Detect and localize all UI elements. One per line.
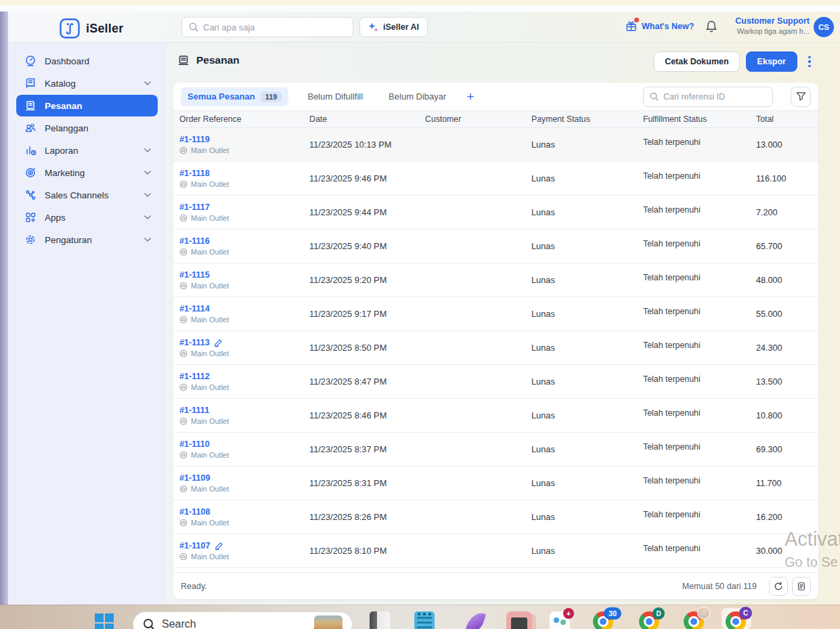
export-button[interactable]: Ekspor [746, 51, 797, 72]
order-reference-link[interactable]: #1-1115 [179, 270, 210, 280]
windows-start-icon[interactable] [95, 613, 114, 629]
search-icon [143, 618, 155, 629]
order-reference-link[interactable]: #1-1116 [179, 236, 210, 246]
more-options-icon[interactable] [803, 51, 816, 72]
table-row[interactable]: #1-1112 Main Outlet 11/23/2025 8:47 PM L… [173, 365, 818, 399]
order-total: 69.300 [756, 445, 818, 454]
table-row[interactable]: #1-1117 Main Outlet 11/23/2025 9:44 PM L… [173, 196, 818, 230]
chrome-profile-d-icon[interactable]: D [639, 611, 659, 629]
whats-new-button[interactable]: What's New? [625, 20, 694, 32]
global-search-input[interactable] [203, 22, 346, 32]
chrome-profile-avatar-icon[interactable] [684, 611, 704, 629]
payment-status: Lunas [531, 207, 643, 217]
notification-dot [634, 18, 639, 22]
sidebar-item-pelanggan[interactable]: Pelanggan [16, 117, 158, 139]
avatar[interactable]: CS [814, 17, 834, 37]
screen: iSeller iSeller AI What's New? [0, 0, 840, 629]
column-header[interactable]: Date [309, 114, 425, 124]
tab-belum-dibayar[interactable]: Belum Dibayar [382, 87, 453, 106]
outlet-label: Main Outlet [191, 417, 229, 425]
notepad-icon[interactable] [414, 611, 435, 629]
table-row[interactable]: #1-1114 Main Outlet 11/23/2025 9:17 PM L… [173, 297, 818, 331]
outlet-label: Main Outlet [191, 248, 229, 256]
table-row[interactable]: #1-1111 Main Outlet 11/23/2025 8:46 PM L… [173, 399, 818, 433]
column-header[interactable]: Customer [425, 114, 531, 124]
payment-status: Lunas [531, 478, 643, 488]
feather-pen-icon[interactable] [466, 609, 486, 629]
column-header[interactable]: Total [756, 114, 818, 124]
order-total: 11.700 [756, 479, 818, 488]
orders-icon [24, 100, 37, 112]
table-body: #1-1119 Main Outlet 11/23/2025 10:13 PM … [173, 128, 818, 572]
fulfillment-status: Telah terpenuhi [643, 239, 756, 248]
tabs-bar: Semua Pesanan 119 Belum Difullfill Belum… [173, 83, 818, 110]
reference-search[interactable] [643, 87, 773, 107]
notifications-bell-icon[interactable] [705, 20, 717, 33]
sidebar-item-pesanan[interactable]: Pesanan [16, 95, 158, 116]
file-explorer-icon[interactable] [370, 611, 390, 629]
tab-semua-pesanan[interactable]: Semua Pesanan 119 [181, 87, 288, 106]
fulfillment-status: Telah terpenuhi [643, 137, 756, 147]
order-reference-link[interactable]: #1-1111 [179, 406, 209, 415]
payment-status: Lunas [531, 343, 643, 353]
table-row[interactable]: #1-1110 Main Outlet 11/23/2025 8:37 PM L… [173, 433, 818, 467]
profile-c-badge: C [739, 607, 752, 620]
tab-belum-difullfill[interactable]: Belum Difullfill [301, 87, 370, 106]
pink-app-icon[interactable] [506, 611, 532, 629]
order-reference-link[interactable]: #1-1117 [179, 202, 210, 212]
chrome-profile-c-icon[interactable]: C [726, 611, 746, 629]
table-row[interactable]: #1-1118 Main Outlet 11/23/2025 9:46 PM L… [173, 162, 818, 196]
table-row[interactable]: #1-1108 Main Outlet 11/23/2025 8:26 PM L… [173, 500, 818, 534]
order-reference-link[interactable]: #1-1118 [179, 169, 210, 178]
order-reference-link[interactable]: #1-1112 [179, 372, 210, 381]
order-total: 116.100 [756, 174, 818, 183]
order-reference-link[interactable]: #1-1113 [179, 338, 210, 347]
reference-search-input[interactable] [663, 92, 766, 102]
column-header[interactable]: Fulfillment Status [643, 114, 756, 124]
sidebar-item-katalog[interactable]: Katalog [16, 72, 158, 94]
plus-badge: + [563, 608, 574, 619]
sidebar-item-sales-channels[interactable]: Sales Channels [16, 184, 158, 206]
table-row[interactable]: #1-1113 Main Outlet 11/23/2025 8:50 PM L… [173, 331, 818, 365]
sidebar-item-laporan[interactable]: Laporan [16, 139, 158, 161]
refresh-button[interactable] [769, 577, 788, 596]
order-total: 24.300 [756, 343, 818, 353]
filter-button[interactable] [791, 87, 811, 107]
order-reference-link[interactable]: #1-1119 [179, 135, 210, 144]
avatar-badge [697, 607, 710, 620]
order-reference-link[interactable]: #1-1114 [179, 304, 210, 313]
sidebar-item-marketing[interactable]: Marketing [16, 162, 158, 183]
table-row[interactable]: #1-1119 Main Outlet 11/23/2025 10:13 PM … [173, 128, 818, 162]
brand-logo[interactable]: iSeller [60, 18, 123, 39]
table-row[interactable]: #1-1109 Main Outlet 11/23/2025 8:31 PM L… [173, 467, 818, 500]
sidebar-item-apps[interactable]: Apps [16, 207, 158, 228]
taskbar-search[interactable]: Search [133, 611, 353, 629]
chrome-profile-30-icon[interactable]: 30 [593, 611, 613, 629]
print-documents-button[interactable]: Cetak Dokumen [654, 51, 739, 72]
order-reference-link[interactable]: #1-1108 [179, 507, 211, 517]
payment-status: Lunas [531, 241, 643, 251]
table-row[interactable]: #1-1107 Main Outlet 11/23/2025 8:10 PM L… [173, 534, 818, 568]
global-search[interactable] [181, 17, 353, 37]
column-header[interactable]: Order Reference [179, 114, 309, 124]
edit-icon [214, 339, 223, 347]
left-edge-strip [0, 12, 8, 605]
order-reference-link[interactable]: #1-1109 [179, 473, 211, 483]
report-button[interactable] [792, 577, 811, 596]
sidebar-item-pengaturan[interactable]: Pengaturan [16, 229, 158, 251]
network-icon [24, 189, 37, 201]
column-header[interactable]: Payment Status [531, 114, 643, 124]
outlet-icon [179, 451, 187, 459]
order-reference-link[interactable]: #1-1107 [179, 541, 211, 550]
outlet-icon [179, 485, 187, 493]
app-with-badge-icon[interactable]: + [550, 611, 570, 629]
order-reference-link[interactable]: #1-1110 [179, 439, 210, 449]
order-total: 10.800 [756, 411, 818, 420]
sidebar-item-dashboard[interactable]: Dashboard [16, 50, 158, 72]
bing-daily-image[interactable] [314, 615, 342, 629]
table-row[interactable]: #1-1116 Main Outlet 11/23/2025 9:40 PM L… [173, 230, 818, 263]
add-tab-button[interactable]: + [466, 90, 474, 103]
table-row[interactable]: #1-1115 Main Outlet 11/23/2025 9:20 PM L… [173, 263, 818, 297]
account-menu[interactable]: Customer Support Warkop tiga agam h... [735, 16, 810, 35]
iseller-ai-button[interactable]: iSeller AI [359, 17, 428, 37]
